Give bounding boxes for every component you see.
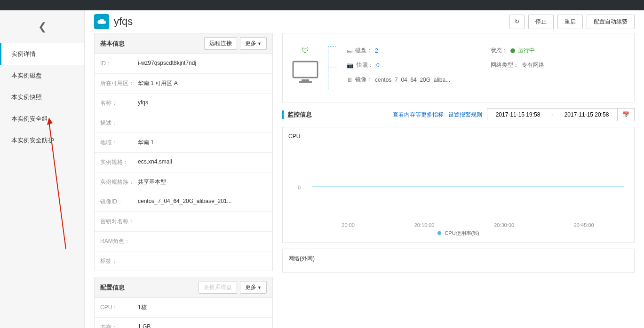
summary-image: 🖥 镜像： centos_7_04_64_20G_aliba... [347, 76, 625, 84]
info-row-image: 镜像ID：centos_7_04_64_20G_alibase_201... [95, 192, 272, 212]
summary-box: 🛡 🖴 [282, 33, 635, 102]
cpu-chart-area: 0 20:00 20:15:00 20:30:00 20:45:00 [288, 143, 628, 228]
monitor-icon [292, 61, 318, 83]
config-info-more-button[interactable]: 更多▼ [240, 281, 267, 294]
sidebar-item-label: 本实例安全防护 [11, 137, 54, 144]
basic-info-title: 基本信息 [100, 39, 125, 48]
disk-icon: 🖴 [347, 47, 352, 54]
stop-button[interactable]: 停止 [528, 15, 554, 29]
date-range-picker[interactable]: - 📅 [487, 108, 635, 121]
x-axis-tick: 20:45:00 [574, 222, 594, 228]
info-row-memory: 内存：1 GB [95, 318, 272, 328]
sidebar-item-instance-disk[interactable]: 本实例磁盘 [0, 65, 84, 86]
refresh-icon: ↻ [515, 18, 519, 25]
disk-count-link[interactable]: 2 [375, 47, 378, 54]
date-start-input[interactable] [487, 109, 549, 121]
date-end-input[interactable] [556, 109, 617, 121]
network-chart-title: 网络(外网) [288, 255, 628, 263]
sidebar-item-label: 本实例安全组 [11, 115, 48, 122]
set-alarm-link[interactable]: 设置报警规则 [448, 111, 482, 119]
cloud-icon [94, 14, 109, 29]
content-columns: 基本信息 远程连接 更多▼ ID：i-wz97qspscdt8kjnt7ndj … [85, 33, 644, 328]
sidebar-item-instance-snapshot[interactable]: 本实例快照 [0, 86, 84, 108]
page-title: yfqs [114, 16, 133, 28]
svg-rect-4 [299, 81, 312, 83]
info-row-id: ID：i-wz97qspscdt8kjnt7ndj [95, 54, 272, 74]
info-row-region: 地域：华南 1 [95, 133, 272, 153]
cpu-usage-line [312, 187, 624, 187]
monitor-section-header: 监控信息 查看内存等更多指标 设置报警规则 - 📅 [282, 108, 635, 121]
page-header: yfqs ↻ 停止 重启 配置自动续费 [85, 10, 644, 33]
connector-line-icon [328, 47, 336, 47]
chevron-left-icon: ❮ [38, 21, 47, 33]
cpu-chart-legend: CPU使用率(%) [288, 230, 628, 237]
caret-down-icon: ▼ [257, 285, 262, 290]
connector-line-icon [328, 89, 336, 89]
summary-status: 状态： 运行中 [491, 47, 625, 55]
restart-button[interactable]: 重启 [557, 15, 583, 29]
change-disk-button[interactable]: 更换系统盘 [199, 281, 237, 294]
refresh-button[interactable]: ↻ [509, 15, 525, 29]
info-row-spec: 实例规格：ecs.xn4.small [95, 153, 272, 172]
sidebar-item-label: 本实例快照 [11, 94, 42, 101]
view-memory-link[interactable]: 查看内存等更多指标 [393, 111, 444, 119]
basic-info-more-button[interactable]: 更多▼ [240, 37, 267, 50]
sidebar-item-label: 本实例磁盘 [11, 72, 42, 79]
sidebar-item-instance-detail[interactable]: 实例详情 [0, 43, 84, 65]
top-nav-bar [0, 0, 644, 10]
x-axis-tick: 20:30:00 [494, 222, 514, 228]
legend-dot-icon [437, 231, 441, 235]
sidebar-back-button[interactable]: ❮ [0, 10, 84, 43]
summary-network: 网络类型： 专有网络 [491, 61, 625, 69]
svg-rect-2 [293, 62, 318, 78]
basic-info-panel: 基本信息 远程连接 更多▼ ID：i-wz97qspscdt8kjnt7ndj … [94, 33, 273, 271]
header-actions: ↻ 停止 重启 配置自动续费 [509, 15, 635, 29]
info-row-family: 实例规格族：共享基本型 [95, 172, 272, 192]
status-dot-icon [510, 48, 515, 53]
snapshot-count-link[interactable]: 0 [376, 62, 380, 69]
connector-line-icon [328, 68, 336, 68]
info-row-cpu: CPU：1核 [95, 298, 272, 318]
main-layout: ❮ 实例详情 本实例磁盘 本实例快照 本实例安全组 本实例安全防护 [0, 10, 644, 328]
snapshot-icon: 📷 [347, 62, 354, 69]
summary-disk: 🖴 磁盘： 2 [347, 47, 481, 55]
config-info-title: 配置信息 [100, 283, 125, 292]
date-separator: - [549, 111, 556, 118]
calendar-icon[interactable]: 📅 [617, 109, 634, 121]
monitor-section-title: 监控信息 [282, 110, 312, 119]
config-info-panel: 配置信息 更换系统盘 更多▼ CPU：1核 内存：1 GB [94, 277, 273, 328]
image-icon: 🖥 [347, 77, 352, 83]
caret-down-icon: ▼ [257, 41, 262, 46]
cpu-chart-title: CPU [288, 133, 628, 140]
sidebar-item-label: 实例详情 [11, 50, 36, 57]
x-axis-tick: 20:15:00 [414, 222, 435, 228]
y-axis-tick: 0 [298, 185, 301, 190]
sidebar-item-instance-security-group[interactable]: 本实例安全组 [0, 108, 84, 130]
auto-renew-button[interactable]: 配置自动续费 [587, 15, 635, 29]
cpu-chart-panel: CPU 0 20:00 20:15:00 20:30:00 20:45:00 [282, 127, 635, 243]
summary-snapshot: 📷 快照： 0 [347, 61, 481, 69]
sidebar-item-instance-security-protect[interactable]: 本实例安全防护 [0, 130, 84, 151]
x-axis-tick: 20:00 [342, 222, 355, 228]
info-row-ram: RAM角色： [95, 232, 272, 251]
shield-icon: 🛡 [302, 47, 309, 55]
remote-connect-button[interactable]: 远程连接 [204, 37, 237, 50]
network-chart-panel: 网络(外网) [282, 249, 635, 273]
left-column: 基本信息 远程连接 更多▼ ID：i-wz97qspscdt8kjnt7ndj … [94, 33, 273, 328]
info-row-zone: 所在可用区：华南 1 可用区 A [95, 74, 272, 94]
info-row-keypair: 密钥对名称： [95, 212, 272, 232]
info-row-desc: 描述： [95, 113, 272, 133]
info-row-tag: 标签： [95, 251, 272, 271]
left-sidebar: ❮ 实例详情 本实例磁盘 本实例快照 本实例安全组 本实例安全防护 [0, 10, 85, 328]
svg-rect-3 [302, 79, 309, 81]
info-row-name: 名称：yfqs [95, 94, 272, 113]
right-column: 🛡 🖴 [282, 33, 635, 328]
